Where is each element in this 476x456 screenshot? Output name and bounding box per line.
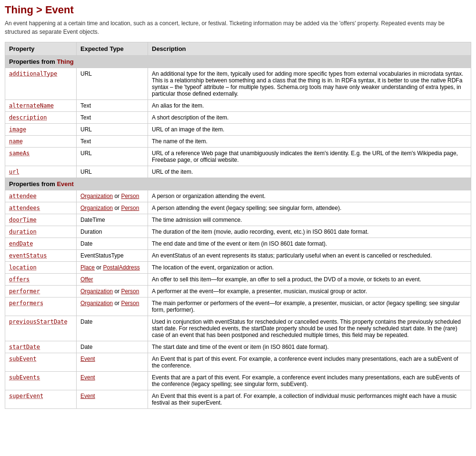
table-row: startDateDateThe start date and time of … (5, 341, 471, 353)
type-cell: DateTime (77, 214, 148, 226)
property-link[interactable]: doorTime (9, 217, 37, 223)
table-row: superEventEventAn Event that this event … (5, 390, 471, 409)
property-cell: url (5, 166, 77, 178)
property-link[interactable]: performer (9, 288, 40, 295)
table-row: subEventsEventEvents that are a part of … (5, 372, 471, 390)
property-cell: eventStatus (5, 250, 77, 262)
property-link[interactable]: performers (9, 300, 43, 307)
type-link[interactable]: Event (80, 393, 95, 399)
property-link[interactable]: attendees (9, 205, 40, 211)
property-link[interactable]: alternateName (9, 102, 54, 109)
properties-table: Property Expected Type Description Prope… (5, 42, 471, 409)
property-link[interactable]: startDate (9, 344, 40, 350)
description-cell: URL of the item. (148, 166, 471, 178)
description-cell: A person attending the event (legacy spe… (148, 202, 471, 214)
table-row: performerOrganization or PersonA perform… (5, 286, 471, 297)
property-link[interactable]: attendee (9, 193, 37, 199)
property-link[interactable]: image (9, 126, 26, 133)
type-cell: URL (77, 148, 148, 166)
description-cell: The start date and time of the event or … (148, 341, 471, 353)
description-cell: The location of the event, organization … (148, 262, 471, 274)
table-row: previousStartDateDateUsed in conjunction… (5, 316, 471, 341)
type-cell: Date (77, 341, 148, 353)
type-cell: Text (77, 112, 148, 124)
type-link[interactable]: Person (121, 193, 139, 199)
property-link[interactable]: eventStatus (9, 252, 47, 259)
description-cell: The time admission will commence. (148, 214, 471, 226)
description-cell: A person or organization attending the e… (148, 190, 471, 202)
section-header-row: Properties from Thing (5, 56, 471, 68)
type-cell: URL (77, 166, 148, 178)
property-cell: sameAs (5, 148, 77, 166)
description-cell: Events that are a part of this event. Fo… (148, 372, 471, 390)
type-cell: Organization or Person (77, 202, 148, 214)
type-cell: Organization or Person (77, 286, 148, 297)
section-header-cell: Properties from Thing (5, 56, 471, 68)
property-link[interactable]: offers (9, 276, 30, 283)
property-link[interactable]: additionalType (9, 70, 57, 77)
type-link[interactable]: PostalAddress (103, 264, 139, 271)
type-link[interactable]: Event (80, 356, 95, 362)
property-link[interactable]: name (9, 138, 23, 145)
type-link[interactable]: Organization (80, 205, 113, 211)
type-cell: Event (77, 372, 148, 390)
description-cell: A short description of the item. (148, 112, 471, 124)
property-cell: doorTime (5, 214, 77, 226)
header-description: Description (148, 42, 471, 56)
type-link[interactable]: Organization (80, 288, 113, 295)
property-cell: alternateName (5, 100, 77, 112)
property-link[interactable]: url (9, 169, 20, 175)
table-row: doorTimeDateTimeThe time admission will … (5, 214, 471, 226)
description-cell: The main performer or performers of the … (148, 297, 471, 316)
type-link[interactable]: Organization (80, 300, 113, 307)
property-cell: location (5, 262, 77, 274)
type-link[interactable]: Person (121, 205, 139, 211)
table-row: subEventEventAn Event that is part of th… (5, 353, 471, 372)
property-cell: startDate (5, 341, 77, 353)
section-header-link[interactable]: Event (57, 180, 73, 188)
property-link[interactable]: sameAs (9, 150, 30, 157)
type-link[interactable]: Event (80, 374, 95, 381)
table-row: endDateDateThe end date and time of the … (5, 238, 471, 250)
table-row: attendeesOrganization or PersonA person … (5, 202, 471, 214)
description-cell: An alias for the item. (148, 100, 471, 112)
description-cell: The duration of the item (movie, audio r… (148, 226, 471, 238)
table-row: eventStatusEventStatusTypeAn eventStatus… (5, 250, 471, 262)
type-link[interactable]: Organization (80, 193, 113, 199)
table-row: sameAsURLURL of a reference Web page tha… (5, 148, 471, 166)
table-row: performersOrganization or PersonThe main… (5, 297, 471, 316)
type-link[interactable]: Offer (80, 276, 93, 283)
type-cell: Duration (77, 226, 148, 238)
property-link[interactable]: endDate (9, 240, 33, 247)
table-header-row: Property Expected Type Description (5, 42, 471, 56)
property-link[interactable]: description (9, 114, 47, 121)
property-link[interactable]: previousStartDate (9, 318, 68, 325)
property-link[interactable]: duration (9, 228, 37, 235)
property-cell: additionalType (5, 68, 77, 100)
page-header: Thing > Event An event happening at a ce… (5, 4, 471, 36)
description-cell: URL of an image of the item. (148, 124, 471, 136)
table-row: durationDurationThe duration of the item… (5, 226, 471, 238)
property-link[interactable]: location (9, 264, 37, 271)
description-cell: An Event that is part of this event. For… (148, 353, 471, 372)
header-expected-type: Expected Type (77, 42, 148, 56)
property-link[interactable]: superEvent (9, 393, 43, 399)
type-cell: Organization or Person (77, 190, 148, 202)
type-link[interactable]: Person (121, 300, 139, 307)
description-cell: URL of a reference Web page that unambig… (148, 148, 471, 166)
type-link[interactable]: Person (121, 288, 139, 295)
section-header-cell: Properties from Event (5, 178, 471, 190)
table-row: imageURLURL of an image of the item. (5, 124, 471, 136)
property-link[interactable]: subEvents (9, 374, 40, 381)
section-header-link[interactable]: Thing (57, 58, 73, 65)
property-cell: previousStartDate (5, 316, 77, 341)
property-link[interactable]: subEvent (9, 356, 37, 362)
description-cell: An additional type for the item, typical… (148, 68, 471, 100)
type-link[interactable]: Place (80, 264, 95, 271)
property-cell: attendees (5, 202, 77, 214)
property-cell: description (5, 112, 77, 124)
property-cell: attendee (5, 190, 77, 202)
property-cell: name (5, 136, 77, 148)
property-cell: performers (5, 297, 77, 316)
description-cell: An Event that this event is a part of. F… (148, 390, 471, 409)
